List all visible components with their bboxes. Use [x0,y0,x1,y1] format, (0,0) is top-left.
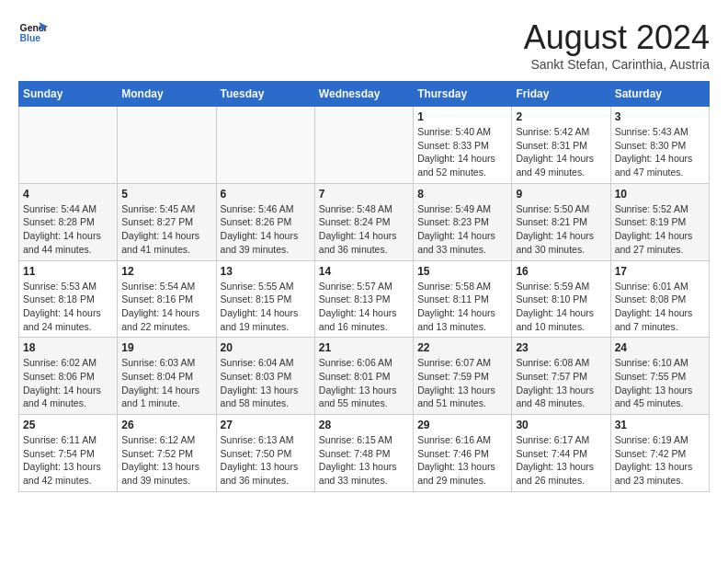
calendar-day-cell [314,107,413,184]
calendar-day-cell: 5Sunrise: 5:45 AM Sunset: 8:27 PM Daylig… [118,183,216,260]
location-subtitle: Sankt Stefan, Carinthia, Austria [524,57,710,72]
calendar-day-cell: 15Sunrise: 5:58 AM Sunset: 8:11 PM Dayli… [414,260,512,338]
day-number: 7 [319,188,409,201]
calendar-day-cell: 17Sunrise: 6:01 AM Sunset: 8:08 PM Dayli… [610,260,709,338]
calendar-day-cell [19,107,118,184]
calendar-day-header: Friday [512,82,610,107]
day-number: 19 [121,341,211,354]
day-info: Sunrise: 6:07 AM Sunset: 7:59 PM Dayligh… [417,356,507,410]
day-info: Sunrise: 5:46 AM Sunset: 8:26 PM Dayligh… [221,202,311,257]
day-number: 12 [121,265,211,278]
day-info: Sunrise: 6:08 AM Sunset: 7:57 PM Dayligh… [516,356,606,410]
day-number: 16 [516,265,606,278]
day-number: 23 [516,341,606,354]
calendar-day-cell: 8Sunrise: 5:49 AM Sunset: 8:23 PM Daylig… [414,183,512,260]
calendar-day-header: Saturday [610,82,709,107]
calendar-day-cell: 13Sunrise: 5:55 AM Sunset: 8:15 PM Dayli… [216,260,314,338]
day-info: Sunrise: 6:17 AM Sunset: 7:44 PM Dayligh… [516,433,606,488]
calendar-day-cell: 25Sunrise: 6:11 AM Sunset: 7:54 PM Dayli… [19,415,118,492]
day-number: 8 [417,188,507,201]
day-info: Sunrise: 5:50 AM Sunset: 8:21 PM Dayligh… [516,202,606,257]
calendar-day-cell: 1Sunrise: 5:40 AM Sunset: 8:33 PM Daylig… [414,107,512,184]
day-number: 28 [319,419,409,431]
day-info: Sunrise: 5:58 AM Sunset: 8:11 PM Dayligh… [417,280,507,334]
day-number: 3 [615,110,705,123]
day-number: 25 [23,419,113,431]
day-info: Sunrise: 6:19 AM Sunset: 7:42 PM Dayligh… [615,433,705,488]
day-info: Sunrise: 5:43 AM Sunset: 8:30 PM Dayligh… [615,125,705,179]
day-info: Sunrise: 6:02 AM Sunset: 8:06 PM Dayligh… [23,356,113,410]
day-number: 2 [516,110,606,123]
logo: General Blue [18,18,48,48]
day-info: Sunrise: 5:42 AM Sunset: 8:31 PM Dayligh… [516,125,606,179]
day-info: Sunrise: 6:12 AM Sunset: 7:52 PM Dayligh… [121,433,211,488]
day-number: 4 [23,188,113,201]
day-number: 15 [417,265,507,278]
calendar-week-row: 4Sunrise: 5:44 AM Sunset: 8:28 PM Daylig… [19,183,710,260]
day-info: Sunrise: 5:54 AM Sunset: 8:16 PM Dayligh… [121,280,211,334]
calendar-week-row: 1Sunrise: 5:40 AM Sunset: 8:33 PM Daylig… [19,107,710,184]
day-info: Sunrise: 5:53 AM Sunset: 8:18 PM Dayligh… [23,280,113,334]
day-info: Sunrise: 5:52 AM Sunset: 8:19 PM Dayligh… [615,202,705,257]
calendar-day-cell: 2Sunrise: 5:42 AM Sunset: 8:31 PM Daylig… [512,107,610,184]
calendar-table: SundayMondayTuesdayWednesdayThursdayFrid… [18,81,710,492]
day-number: 27 [221,419,311,431]
calendar-day-cell: 23Sunrise: 6:08 AM Sunset: 7:57 PM Dayli… [512,338,610,415]
day-info: Sunrise: 5:44 AM Sunset: 8:28 PM Dayligh… [23,202,113,257]
day-info: Sunrise: 5:40 AM Sunset: 8:33 PM Dayligh… [417,125,507,179]
calendar-day-cell: 21Sunrise: 6:06 AM Sunset: 8:01 PM Dayli… [314,338,413,415]
day-info: Sunrise: 6:10 AM Sunset: 7:55 PM Dayligh… [615,356,705,410]
calendar-day-cell: 18Sunrise: 6:02 AM Sunset: 8:06 PM Dayli… [19,338,118,415]
calendar-day-cell: 22Sunrise: 6:07 AM Sunset: 7:59 PM Dayli… [414,338,512,415]
calendar-day-cell: 28Sunrise: 6:15 AM Sunset: 7:48 PM Dayli… [314,415,413,492]
calendar-day-cell: 16Sunrise: 5:59 AM Sunset: 8:10 PM Dayli… [512,260,610,338]
calendar-day-cell: 9Sunrise: 5:50 AM Sunset: 8:21 PM Daylig… [512,183,610,260]
calendar-day-cell: 7Sunrise: 5:48 AM Sunset: 8:24 PM Daylig… [314,183,413,260]
day-number: 26 [121,419,211,431]
day-info: Sunrise: 5:45 AM Sunset: 8:27 PM Dayligh… [121,202,211,257]
day-info: Sunrise: 6:04 AM Sunset: 8:03 PM Dayligh… [221,356,311,410]
logo-icon: General Blue [18,18,48,48]
day-number: 5 [121,188,211,201]
day-info: Sunrise: 6:11 AM Sunset: 7:54 PM Dayligh… [23,433,113,488]
calendar-day-header: Tuesday [216,82,314,107]
day-number: 1 [417,110,507,123]
day-number: 30 [516,419,606,431]
calendar-day-header: Monday [118,82,216,107]
title-section: August 2024 Sankt Stefan, Carinthia, Aus… [524,18,710,72]
calendar-day-cell: 29Sunrise: 6:16 AM Sunset: 7:46 PM Dayli… [414,415,512,492]
calendar-day-cell: 27Sunrise: 6:13 AM Sunset: 7:50 PM Dayli… [216,415,314,492]
day-number: 6 [221,188,311,201]
calendar-day-cell: 30Sunrise: 6:17 AM Sunset: 7:44 PM Dayli… [512,415,610,492]
calendar-week-row: 11Sunrise: 5:53 AM Sunset: 8:18 PM Dayli… [19,260,710,338]
calendar-day-cell: 10Sunrise: 5:52 AM Sunset: 8:19 PM Dayli… [610,183,709,260]
calendar-day-cell: 6Sunrise: 5:46 AM Sunset: 8:26 PM Daylig… [216,183,314,260]
calendar-day-header: Wednesday [314,82,413,107]
day-info: Sunrise: 6:03 AM Sunset: 8:04 PM Dayligh… [121,356,211,410]
day-number: 18 [23,341,113,354]
calendar-day-cell: 19Sunrise: 6:03 AM Sunset: 8:04 PM Dayli… [118,338,216,415]
calendar-week-row: 25Sunrise: 6:11 AM Sunset: 7:54 PM Dayli… [19,415,710,492]
day-info: Sunrise: 6:13 AM Sunset: 7:50 PM Dayligh… [221,433,311,488]
day-number: 21 [319,341,409,354]
day-number: 31 [615,419,705,431]
day-info: Sunrise: 5:57 AM Sunset: 8:13 PM Dayligh… [319,280,409,334]
calendar-day-cell: 31Sunrise: 6:19 AM Sunset: 7:42 PM Dayli… [610,415,709,492]
month-title: August 2024 [524,18,710,57]
day-number: 13 [221,265,311,278]
calendar-header-row: SundayMondayTuesdayWednesdayThursdayFrid… [19,82,710,107]
calendar-day-header: Sunday [19,82,118,107]
calendar-day-cell: 3Sunrise: 5:43 AM Sunset: 8:30 PM Daylig… [610,107,709,184]
calendar-day-cell: 11Sunrise: 5:53 AM Sunset: 8:18 PM Dayli… [19,260,118,338]
day-info: Sunrise: 5:59 AM Sunset: 8:10 PM Dayligh… [516,280,606,334]
calendar-day-cell: 24Sunrise: 6:10 AM Sunset: 7:55 PM Dayli… [610,338,709,415]
day-info: Sunrise: 6:15 AM Sunset: 7:48 PM Dayligh… [319,433,409,488]
day-number: 14 [319,265,409,278]
calendar-day-cell: 14Sunrise: 5:57 AM Sunset: 8:13 PM Dayli… [314,260,413,338]
calendar-day-cell: 20Sunrise: 6:04 AM Sunset: 8:03 PM Dayli… [216,338,314,415]
day-number: 17 [615,265,705,278]
day-info: Sunrise: 5:55 AM Sunset: 8:15 PM Dayligh… [221,280,311,334]
calendar-day-cell: 26Sunrise: 6:12 AM Sunset: 7:52 PM Dayli… [118,415,216,492]
calendar-day-header: Thursday [414,82,512,107]
calendar-day-cell [216,107,314,184]
